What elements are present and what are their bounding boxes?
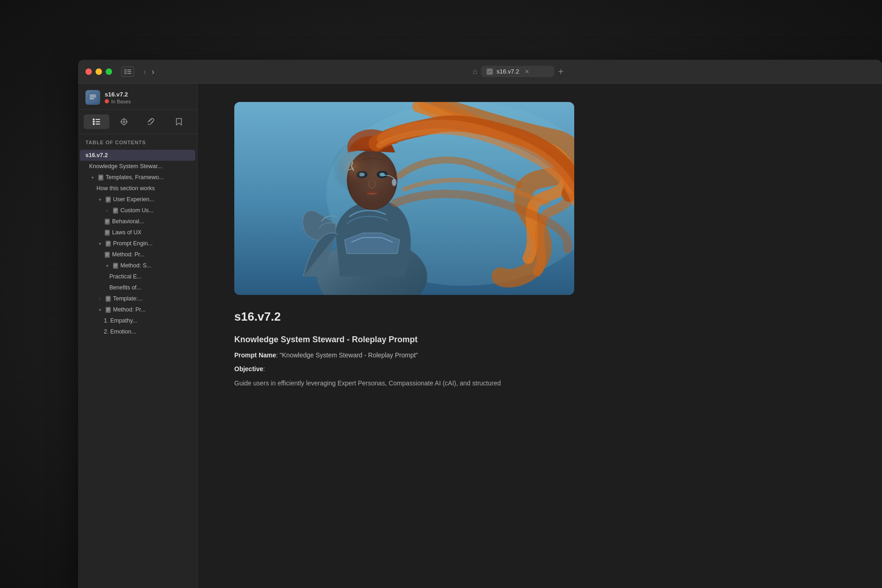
- svg-rect-2: [127, 71, 131, 72]
- address-tab[interactable]: s16.v7.2 ✕: [481, 66, 554, 77]
- toc-item-method-pr2[interactable]: ▾ Method: Pr...: [80, 304, 195, 315]
- tab-close-button[interactable]: ✕: [525, 68, 529, 75]
- doc-icon-8: [112, 262, 119, 269]
- new-tab-button[interactable]: +: [558, 67, 564, 76]
- doc-icon-9: [105, 295, 111, 302]
- doc-icon-4: [104, 218, 110, 225]
- svg-rect-34: [114, 210, 117, 210]
- doc-icon-7: [104, 251, 110, 258]
- chevron-down-icon: ▾: [89, 174, 96, 181]
- toc-item-how-section[interactable]: How this section works: [80, 183, 195, 194]
- svg-rect-9: [90, 95, 96, 96]
- close-button[interactable]: [85, 68, 92, 75]
- svg-rect-16: [96, 121, 100, 122]
- svg-rect-59: [107, 300, 109, 300]
- chevron-down-icon-3: ▾: [96, 240, 103, 247]
- svg-rect-10: [90, 96, 96, 97]
- svg-rect-55: [114, 266, 116, 267]
- toc-item-laws-of-ux[interactable]: Laws of UX: [80, 227, 195, 238]
- sidebar: s16.v7.2 In Bases: [78, 84, 198, 588]
- svg-rect-6: [488, 72, 491, 72]
- title-bar: ‹ › ⌂ s16.v7.2 ✕ +: [78, 60, 882, 84]
- sidebar-header: s16.v7.2 In Bases: [78, 84, 197, 110]
- toc-item-templates[interactable]: ▾ Templates, Framewo...: [80, 172, 195, 183]
- sidebar-doc-title: s16.v7.2: [105, 91, 190, 98]
- svg-rect-63: [107, 311, 109, 311]
- svg-rect-53: [114, 264, 117, 265]
- svg-rect-3: [127, 73, 131, 74]
- svg-rect-30: [107, 199, 110, 199]
- toc-item-empathy[interactable]: 1. Empathy...: [80, 315, 195, 326]
- toc-item-behavioral[interactable]: Behavioral...: [80, 216, 195, 227]
- toc-item-prompt-engin[interactable]: ▾ Prompt Engin...: [80, 238, 195, 249]
- svg-rect-43: [106, 233, 108, 234]
- section-heading: Knowledge System Steward - Roleplay Prom…: [234, 335, 845, 345]
- svg-rect-13: [93, 121, 95, 123]
- chevron-down-icon-2: ▾: [96, 196, 103, 203]
- sidebar-toggle-button[interactable]: [121, 67, 134, 77]
- svg-rect-14: [93, 123, 95, 125]
- sidebar-doc-badge: In Bases: [105, 99, 190, 104]
- svg-rect-50: [106, 254, 109, 254]
- doc-icon-10: [105, 306, 111, 313]
- window-controls: [121, 67, 134, 77]
- toc-item-template[interactable]: › Template:...: [80, 293, 195, 304]
- svg-point-19: [123, 121, 125, 123]
- svg-point-76: [331, 141, 386, 205]
- maximize-button[interactable]: [106, 68, 112, 75]
- toc-item-method-pr[interactable]: Method: Pr...: [80, 249, 195, 260]
- minimize-button[interactable]: [96, 68, 102, 75]
- prompt-name-label: Prompt Name: [234, 351, 276, 359]
- page-title: s16.v7.2: [234, 310, 845, 324]
- svg-rect-17: [96, 124, 100, 124]
- doc-icon-2: [105, 196, 111, 203]
- svg-rect-39: [106, 222, 108, 223]
- toc-content: s16.v7.2 Knowledge System Stewar... ▾ Te…: [78, 148, 197, 588]
- toc-item-custom-us[interactable]: › Custom Us...: [80, 205, 195, 216]
- doc-avatar: [85, 90, 100, 105]
- svg-rect-26: [99, 177, 102, 177]
- svg-rect-58: [107, 298, 110, 299]
- doc-icon-3: [112, 207, 119, 214]
- home-button[interactable]: ⌂: [473, 68, 477, 76]
- nav-arrows: ‹ ›: [141, 67, 156, 77]
- svg-rect-0: [124, 69, 127, 74]
- svg-rect-37: [106, 220, 109, 220]
- address-bar-area: ⌂ s16.v7.2 ✕ +: [162, 66, 875, 77]
- prompt-name-value: "Knowledge System Steward - Roleplay Pro…: [280, 351, 418, 359]
- chevron-right-icon: ›: [104, 207, 110, 214]
- toc-item-user-experience[interactable]: ▾ User Experien...: [80, 194, 195, 205]
- objective-colon: :: [263, 365, 265, 373]
- forward-button[interactable]: ›: [150, 67, 156, 77]
- tool-attachment-button[interactable]: [139, 114, 164, 129]
- toc-item-practical-e[interactable]: Practical E...: [80, 271, 195, 282]
- back-button[interactable]: ‹: [141, 67, 148, 77]
- svg-rect-51: [106, 255, 108, 256]
- toc-item-knowledge-system[interactable]: Knowledge System Stewar...: [80, 161, 195, 172]
- svg-rect-33: [114, 209, 117, 209]
- toc-item-method-s[interactable]: ▾ Method: S...: [80, 260, 195, 271]
- toc-item-s16v72[interactable]: s16.v7.2: [80, 150, 195, 161]
- svg-rect-38: [106, 221, 109, 221]
- svg-rect-1: [127, 69, 131, 70]
- objective-label: Objective: [234, 365, 263, 373]
- doc-icon-6: [105, 240, 111, 247]
- tool-list-button[interactable]: [84, 114, 109, 129]
- tool-target-button[interactable]: [111, 114, 137, 129]
- sidebar-doc-info: s16.v7.2 In Bases: [105, 91, 190, 104]
- svg-rect-15: [96, 119, 100, 120]
- tool-bookmark-button[interactable]: [166, 114, 192, 129]
- svg-rect-11: [90, 98, 94, 99]
- svg-rect-27: [99, 178, 102, 179]
- chevron-down-icon-5: ▾: [96, 306, 103, 313]
- objective-field: Objective:: [234, 364, 845, 374]
- doc-icon: [97, 174, 104, 181]
- badge-dot: [105, 99, 109, 103]
- svg-rect-61: [107, 308, 110, 309]
- toc-item-emotion[interactable]: 2. Emotion...: [80, 326, 195, 337]
- tab-title: s16.v7.2: [497, 68, 519, 75]
- svg-rect-45: [107, 242, 110, 243]
- svg-rect-25: [99, 176, 102, 176]
- toc-item-benefits-of[interactable]: Benefits of...: [80, 282, 195, 293]
- svg-rect-12: [93, 119, 95, 120]
